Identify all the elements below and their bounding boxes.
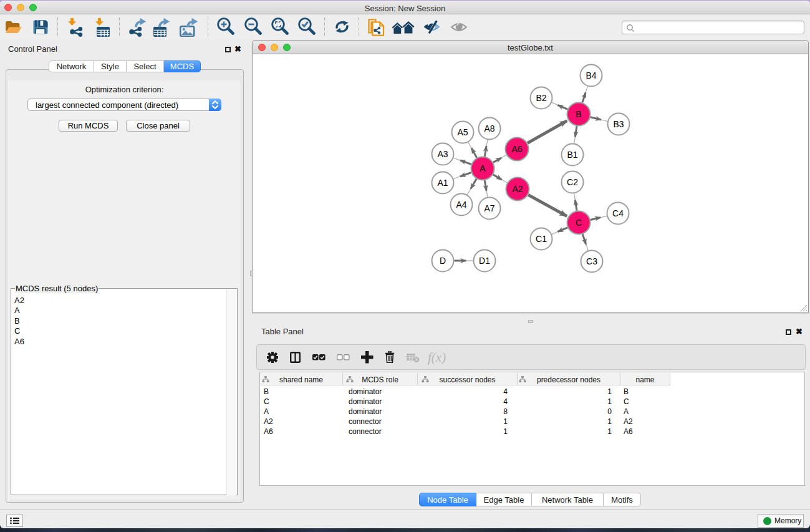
svg-text:A6: A6 xyxy=(511,144,522,154)
svg-text:A: A xyxy=(480,163,486,173)
svg-text:C3: C3 xyxy=(586,256,597,266)
svg-text:C: C xyxy=(576,218,582,228)
svg-text:A1: A1 xyxy=(437,178,448,188)
svg-text:B3: B3 xyxy=(613,119,624,129)
svg-text:B: B xyxy=(576,109,581,119)
svg-text:D1: D1 xyxy=(479,256,490,266)
svg-text:A5: A5 xyxy=(457,127,468,137)
svg-text:A7: A7 xyxy=(484,203,494,213)
svg-text:C2: C2 xyxy=(567,177,578,187)
svg-text:A3: A3 xyxy=(437,149,448,159)
svg-text:A2: A2 xyxy=(512,184,523,194)
svg-text:A8: A8 xyxy=(484,123,494,133)
svg-text:B4: B4 xyxy=(586,70,596,80)
svg-text:B1: B1 xyxy=(567,150,577,160)
svg-text:C1: C1 xyxy=(536,234,547,244)
svg-text:A4: A4 xyxy=(456,200,466,210)
svg-text:B2: B2 xyxy=(536,93,546,103)
svg-text:D: D xyxy=(440,256,446,266)
svg-text:C4: C4 xyxy=(612,208,624,218)
